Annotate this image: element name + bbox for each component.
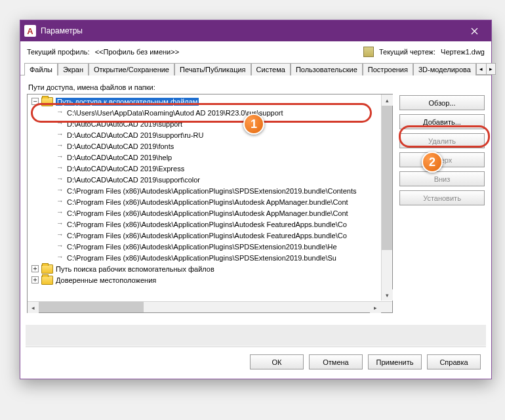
scroll-thumb[interactable] [382,106,392,250]
scroll-left-arrow[interactable]: ◂ [28,302,39,313]
scroll-thumb[interactable] [39,302,144,312]
tab-drafting[interactable]: Построения [363,63,413,75]
browse-button[interactable]: Обзор... [399,95,485,110]
path-arrow-icon [56,154,64,161]
dialog-footer-bg [26,325,486,346]
tree-path-item[interactable]: D:\AutoCAD\AutoCAD 2019\help [28,152,392,163]
tree-hscrollbar[interactable]: ◂ ▸ [28,301,392,312]
tabscroll-left[interactable]: ◂ [477,64,486,74]
path-text: C:\Program Files (x86)\Autodesk\Applicat… [67,198,348,206]
tab-3dmodeling[interactable]: 3D-моделирова [413,63,476,75]
tree-path-item[interactable]: C:\Program Files (x86)\Autodesk\Applicat… [28,207,392,219]
scroll-up-arrow[interactable]: ▴ [382,94,393,106]
tab-system[interactable]: Система [251,63,291,75]
annotation-callout-2: 2 [422,152,443,173]
scroll-down-arrow[interactable]: ▾ [382,289,393,301]
current-profile-label: Текущий профиль: [27,48,90,56]
current-profile-value: <<Профиль без имени>> [95,48,179,56]
tree-path-item[interactable]: C:\Users\User\AppData\Roaming\Autod AD 2… [28,107,392,118]
path-arrow-icon [56,221,64,228]
path-text: C:\Program Files (x86)\Autodesk\Applicat… [67,243,337,251]
profile-info-bar: Текущий профиль: <<Профиль без имени>> Т… [20,41,491,60]
remove-button[interactable]: Удалить [399,133,485,148]
path-arrow-icon [56,121,64,127]
help-button[interactable]: Справка [427,354,481,369]
path-text: D:\AutoCAD\AutoCAD 2019\support\ru-RU [67,131,203,139]
tab-userprefs[interactable]: Пользовательские [291,63,363,75]
expand-toggle-icon[interactable]: − [31,98,39,105]
tree-node-label: Доверенные местоположения [56,276,156,284]
apply-button[interactable]: Применить [368,354,422,369]
tabstrip: Файлы Экран Открытие/Сохранение Печать/П… [20,62,491,75]
tree-vscrollbar[interactable]: ▴ ▾ [381,94,392,301]
set-current-button[interactable]: Установить [399,190,485,205]
path-text: D:\AutoCAD\AutoCAD 2019\fonts [67,142,174,150]
tree-node-working[interactable]: + Путь поиска рабочих вспомогательных фа… [28,263,392,274]
expand-toggle-icon[interactable]: + [31,276,39,284]
options-dialog: Параметры Текущий профиль: <<Профиль без… [20,20,492,379]
tree-node-label: Путь поиска рабочих вспомогательных файл… [56,265,214,273]
window-title: Параметры [41,26,83,35]
path-arrow-icon [56,255,64,261]
path-arrow-icon [56,232,64,239]
tree-path-item[interactable]: C:\Program Files (x86)\Autodesk\Applicat… [28,219,392,230]
add-button[interactable]: Добавить... [399,114,485,129]
path-arrow-icon [56,110,64,116]
current-drawing-label: Текущий чертеж: [379,48,435,56]
tree-path-item[interactable]: D:\AutoCAD\AutoCAD 2019\support\color [28,174,392,185]
folder-icon [41,264,53,274]
tree-path-item[interactable]: C:\Program Files (x86)\Autodesk\Applicat… [28,185,392,196]
tab-opensave[interactable]: Открытие/Сохранение [89,63,174,75]
path-arrow-icon [56,143,64,150]
expand-toggle-icon[interactable]: + [31,265,39,272]
tree-node-trusted[interactable]: + Доверенные местоположения [28,274,392,285]
tree-path-item[interactable]: D:\AutoCAD\AutoCAD 2019\fonts [28,140,392,152]
tree-path-item[interactable]: C:\Program Files (x86)\Autodesk\Applicat… [28,241,392,252]
tabscroll-right[interactable]: ▸ [486,64,495,74]
path-text: D:\AutoCAD\AutoCAD 2019\help [67,154,172,161]
tree-path-item[interactable]: C:\Program Files (x86)\Autodesk\Applicat… [28,252,392,263]
tree-node-root[interactable]: − Путь доступа к вспомогательным файлам [28,96,392,107]
dialog-buttons: ОК Отмена Применить Справка [250,354,481,369]
path-text: D:\AutoCAD\AutoCAD 2019\support\color [67,176,200,184]
tree-path-item[interactable]: D:\AutoCAD\AutoCAD 2019\support\ru-RU [28,129,392,140]
path-text: C:\Program Files (x86)\Autodesk\Applicat… [67,209,348,217]
cancel-button[interactable]: Отмена [309,354,363,369]
path-arrow-icon [56,165,64,172]
path-text: C:\Program Files (x86)\Autodesk\Applicat… [67,254,336,262]
tab-plot[interactable]: Печать/Публикация [174,63,251,75]
path-arrow-icon [56,210,64,217]
tree-path-item[interactable]: C:\Program Files (x86)\Autodesk\Applicat… [28,230,392,241]
paths-tree[interactable]: − Путь доступа к вспомогательным файлам … [27,94,393,313]
close-button[interactable] [460,22,489,40]
path-text: C:\Program Files (x86)\Autodesk\Applicat… [67,220,347,228]
folder-icon [41,97,53,106]
path-text: C:\Program Files (x86)\Autodesk\Applicat… [67,232,347,240]
tree-node-label: Путь доступа к вспомогательным файлам [56,98,199,106]
path-text: D:\AutoCAD\AutoCAD 2019\support [67,120,182,128]
scroll-right-arrow[interactable]: ▸ [370,302,381,313]
path-text: D:\AutoCAD\AutoCAD 2019\Express [67,165,184,173]
path-arrow-icon [56,188,64,194]
tab-files[interactable]: Файлы [24,63,58,75]
tree-path-item[interactable]: C:\Program Files (x86)\Autodesk\Applicat… [28,196,392,207]
dialog-separator [26,346,486,347]
ok-button[interactable]: ОК [250,354,304,369]
tabstrip-scroller: ◂ ▸ [476,63,496,75]
move-down-button[interactable]: Вниз [399,171,485,186]
path-arrow-icon [56,199,64,205]
side-buttons: Обзор... Добавить... Удалить Вверх Вниз … [399,94,485,313]
path-text: C:\Program Files (x86)\Autodesk\Applicat… [67,187,356,195]
drawing-icon [363,47,374,57]
section-label: Пути доступа, имена файлов и папки: [28,83,485,91]
path-arrow-icon [56,132,64,138]
folder-icon [41,276,53,285]
app-icon [24,25,36,37]
titlebar: Параметры [20,20,491,41]
tab-display[interactable]: Экран [58,63,89,75]
close-icon [471,28,478,35]
tree-path-item[interactable]: D:\AutoCAD\AutoCAD 2019\Express [28,163,392,174]
current-drawing-value: Чертеж1.dwg [441,48,485,56]
path-arrow-icon [56,177,64,183]
tree-path-item[interactable]: D:\AutoCAD\AutoCAD 2019\support [28,118,392,129]
